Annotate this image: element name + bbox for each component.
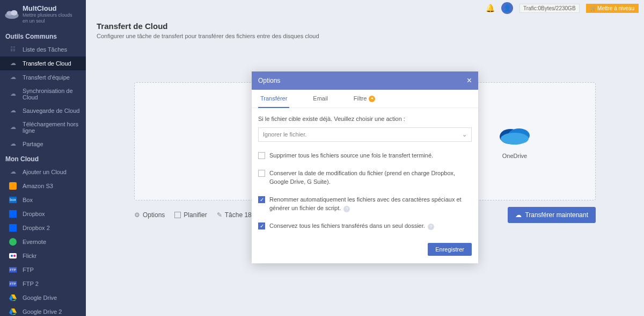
modal-prompt: Si le fichier cible existe déjà. Veuille… (258, 116, 472, 122)
info-icon[interactable]: ? (428, 224, 434, 230)
cloud-icon: ☁ (9, 168, 17, 176)
cloud-icon: ☁ (9, 107, 17, 114)
cloud-icon: ☁ (9, 90, 17, 98)
section-my-cloud: Mon Cloud (0, 151, 86, 165)
sidebar-item-cloud-sync[interactable]: ☁Synchronisation de Cloud (0, 84, 86, 104)
ftp-icon: FTP (9, 266, 17, 274)
tab-filter[interactable]: Filtre✶ (352, 90, 377, 107)
sidebar: MultCloud Mettre plusieurs clouds en un … (0, 0, 86, 316)
ftp-icon: FTP (9, 280, 17, 288)
sidebar-item-flickr[interactable]: Flickr (0, 249, 86, 263)
brand-tagline: Mettre plusieurs clouds en un seul (23, 12, 76, 24)
option-rename-special[interactable]: ✓ Renommer automatiquement les fichiers … (258, 196, 472, 212)
sidebar-item-tasks[interactable]: ☷Liste des Tâches (0, 42, 86, 56)
modal-title: Options (258, 77, 280, 84)
s3-icon (9, 182, 17, 190)
cloud-icon: ☁ (9, 60, 17, 67)
main-area: 🔔 👤 Trafic:0Bytes/2230GB Mettre à niveau… (86, 0, 644, 316)
modal-body: Si le fichier cible existe déjà. Veuille… (252, 108, 478, 238)
dropbox-icon (9, 224, 17, 232)
info-icon[interactable]: ? (343, 206, 350, 212)
cloud-icon: ☁ (9, 74, 17, 81)
sidebar-item-share[interactable]: ☁Partage (0, 137, 86, 151)
gdrive-icon (9, 308, 17, 315)
modal-header: Options × (252, 71, 478, 90)
sidebar-item-ftp-2[interactable]: FTPFTP 2 (0, 277, 86, 291)
sidebar-item-google-drive[interactable]: Google Drive (0, 291, 86, 305)
list-icon: ☷ (9, 46, 17, 53)
gdrive-icon (9, 294, 17, 301)
option-keep-date[interactable]: Conserver la date de modification du fic… (258, 169, 472, 186)
badge-icon: ✶ (369, 96, 375, 102)
dropbox-icon (9, 210, 17, 218)
sidebar-item-offline-download[interactable]: ☁Téléchargement hors ligne (0, 118, 86, 137)
cloud-icon: ☁ (9, 140, 17, 148)
option-single-folder[interactable]: ✓ Conservez tous les fichiers transférés… (258, 222, 472, 230)
tab-email[interactable]: Email (311, 90, 330, 107)
chevron-down-icon: ⌄ (462, 131, 467, 138)
sidebar-item-team-transfer[interactable]: ☁Transfert d'équipe (0, 70, 86, 84)
modal-tabs: Transférer Email Filtre✶ (252, 90, 478, 108)
flickr-icon (9, 252, 17, 260)
sidebar-item-cloud-transfer[interactable]: ☁Transfert de Cloud (0, 56, 86, 70)
logo-area: MultCloud Mettre plusieurs clouds en un … (0, 0, 86, 28)
modal-overlay: Options × Transférer Email Filtre✶ Si le… (86, 0, 644, 316)
sidebar-item-box[interactable]: boxBox (0, 193, 86, 207)
sidebar-item-amazon-s3[interactable]: Amazon S3 (0, 179, 86, 193)
checkbox-icon[interactable] (258, 152, 265, 159)
evernote-icon (9, 238, 17, 246)
cloud-icon: ☁ (9, 124, 17, 131)
sidebar-item-evernote[interactable]: Evernote (0, 235, 86, 249)
sidebar-item-dropbox[interactable]: Dropbox (0, 207, 86, 221)
box-icon: box (9, 196, 17, 204)
svg-point-2 (11, 10, 18, 16)
options-modal: Options × Transférer Email Filtre✶ Si le… (252, 71, 478, 263)
close-icon[interactable]: × (467, 76, 472, 85)
logo-icon (4, 9, 19, 19)
tab-transfer[interactable]: Transférer (258, 90, 289, 107)
option-delete-source[interactable]: Supprimer tous les fichiers source une f… (258, 152, 472, 160)
brand-name: MultCloud (23, 4, 76, 12)
modal-footer: Enregistrer (252, 238, 478, 263)
checkbox-checked-icon[interactable]: ✓ (258, 196, 265, 203)
sidebar-item-add-cloud[interactable]: ☁Ajouter un Cloud (0, 165, 86, 179)
action-select[interactable]: Ignorer le fichier.⌄ (258, 127, 472, 142)
checkbox-checked-icon[interactable]: ✓ (258, 222, 265, 229)
sidebar-item-dropbox-2[interactable]: Dropbox 2 (0, 221, 86, 235)
save-button[interactable]: Enregistrer (428, 243, 472, 256)
sidebar-item-cloud-backup[interactable]: ☁Sauvegarde de Cloud (0, 104, 86, 118)
checkbox-icon[interactable] (258, 170, 265, 177)
section-common-tools: Outils Communs (0, 28, 86, 42)
sidebar-item-google-drive-2[interactable]: Google Drive 2 (0, 305, 86, 316)
sidebar-item-ftp[interactable]: FTPFTP (0, 263, 86, 277)
